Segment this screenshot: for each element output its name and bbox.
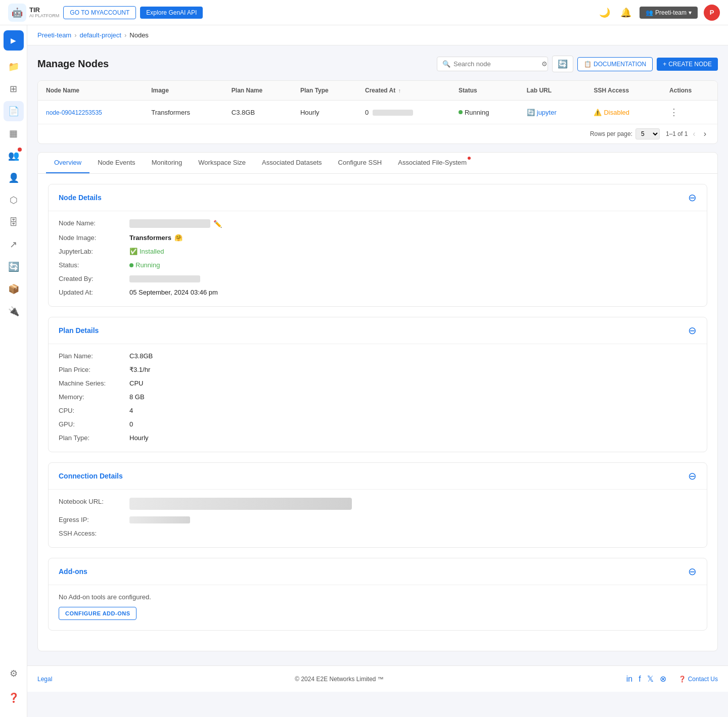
rss-icon[interactable]: ⊗ <box>660 674 666 684</box>
sync-icon: 🔄 <box>527 109 535 116</box>
col-actions: Actions <box>661 81 717 101</box>
node-details-toggle[interactable]: ⊖ <box>688 192 697 204</box>
tab-configure-ssh[interactable]: Configure SSH <box>330 153 390 173</box>
sidebar-item-sync[interactable]: 🔄 <box>4 257 24 277</box>
twitter-icon[interactable]: 𝕏 <box>647 674 654 684</box>
sidebar-item-users[interactable]: 👥 <box>4 146 24 166</box>
facebook-icon[interactable]: f <box>639 675 641 684</box>
col-plan-type: Plan Type <box>292 81 357 101</box>
addons-toggle[interactable]: ⊖ <box>688 565 697 578</box>
go-to-account-button[interactable]: GO TO MYACCOUNT <box>63 6 136 19</box>
detail-row-machine-series: Machine Series: CPU <box>59 379 697 387</box>
check-icon: ✅ <box>129 248 138 255</box>
node-name-value: node-090412253535 ✏️ <box>129 219 222 228</box>
cpu-value: 4 <box>129 407 133 414</box>
breadcrumb-project[interactable]: default-project <box>80 31 121 39</box>
linkedin-icon[interactable]: in <box>626 675 632 684</box>
plan-details-header[interactable]: Plan Details ⊖ <box>49 317 707 344</box>
sidebar-item-box[interactable]: 📦 <box>4 279 24 299</box>
notification-bell[interactable]: 🔔 <box>618 5 633 20</box>
contact-us-link[interactable]: ❓ Contact Us <box>678 676 718 683</box>
sidebar-item-share[interactable]: ↗ <box>4 234 24 255</box>
actions-menu-button[interactable]: ⋮ <box>669 107 678 117</box>
status-label: Status: <box>59 261 129 269</box>
dark-mode-toggle[interactable]: 🌙 <box>597 5 612 20</box>
tab-associated-filesystem[interactable]: Associated File-System <box>390 153 475 173</box>
team-selector[interactable]: 👥 Preeti-team ▾ <box>640 7 698 19</box>
col-created-at[interactable]: Created At ↑ <box>357 81 450 101</box>
sidebar-item-nodes[interactable]: ⬡ <box>4 190 24 210</box>
sidebar-item-dashboard[interactable]: ⊞ <box>4 79 24 99</box>
detail-row-created-by: Created By: <box>59 275 697 282</box>
jupyterlab-label: JupyterLab: <box>59 248 129 255</box>
filter-icon[interactable]: ⚙ <box>541 60 548 68</box>
search-icon: 🔍 <box>442 60 450 68</box>
sidebar-item-settings[interactable]: ⚙ <box>4 663 24 684</box>
configure-addons-button[interactable]: CONFIGURE ADD-ONS <box>59 607 136 620</box>
connection-details-toggle[interactable]: ⊖ <box>688 470 697 482</box>
sidebar-item-document[interactable]: 📄 <box>4 101 24 121</box>
updated-at-value: 05 September, 2024 03:46 pm <box>129 289 218 296</box>
logo: 🤖 TIR AI PLATFORM <box>8 4 59 22</box>
footer: Legal © 2024 E2E Networks Limited ™ in f… <box>27 665 728 692</box>
footer-legal[interactable]: Legal <box>37 676 52 683</box>
sidebar-item-folder[interactable]: 📁 <box>4 57 24 77</box>
connection-details-header[interactable]: Connection Details ⊖ <box>49 463 707 489</box>
gpu-value: 0 <box>129 420 133 428</box>
search-input[interactable] <box>453 60 538 68</box>
header-actions: 🔍 ⚙ 🔄 📋 DOCUMENTATION + CREATE NODE <box>437 56 718 72</box>
detail-row-plan-price: Plan Price: ₹3.1/hr <box>59 366 697 373</box>
user-avatar[interactable]: P <box>704 5 720 21</box>
created-by-blur <box>129 275 200 282</box>
next-page-button[interactable]: › <box>701 128 709 139</box>
node-image-emoji: 🤗 <box>174 234 183 242</box>
documentation-button[interactable]: 📋 DOCUMENTATION <box>577 57 653 71</box>
machine-series-label: Machine Series: <box>59 379 129 387</box>
cell-actions: ⋮ <box>661 101 717 124</box>
sidebar-item-help[interactable]: ❓ <box>4 688 24 708</box>
edit-node-name-icon[interactable]: ✏️ <box>213 220 222 228</box>
breadcrumb: Preeti-team › default-project › Nodes <box>27 25 728 45</box>
logo-text: TIR AI PLATFORM <box>29 7 59 18</box>
breadcrumb-team[interactable]: Preeti-team <box>37 31 71 39</box>
col-image: Image <box>143 81 223 101</box>
pagination: 1–1 of 1 ‹ › <box>666 128 709 139</box>
no-addons-text: No Add-on tools are configured. <box>59 593 697 601</box>
node-name-label: Node Name: <box>59 219 129 228</box>
detail-row-status: Status: Running <box>59 261 697 269</box>
sidebar-item-person[interactable]: 👤 <box>4 168 24 188</box>
node-details-header[interactable]: Node Details ⊖ <box>49 184 707 211</box>
detail-row-notebook-url: Notebook URL: <box>59 498 697 510</box>
node-name-link[interactable]: node-090412253535 <box>46 109 102 116</box>
egress-ip-label: Egress IP: <box>59 516 129 523</box>
node-details-content: Node Name: node-090412253535 ✏️ Node Ima… <box>49 211 707 306</box>
tab-monitoring[interactable]: Monitoring <box>144 153 191 173</box>
content-area: Preeti-team › default-project › Nodes Ma… <box>27 25 728 692</box>
tab-overview[interactable]: Overview <box>46 153 89 173</box>
tab-node-events[interactable]: Node Events <box>89 153 143 173</box>
warning-icon: ⚠️ <box>594 109 602 116</box>
breadcrumb-sep-1: › <box>74 31 76 39</box>
sidebar-item-grid[interactable]: ▦ <box>4 123 24 144</box>
refresh-button[interactable]: 🔄 <box>552 56 573 72</box>
page-title: Manage Nodes <box>37 58 109 70</box>
plan-details-toggle[interactable]: ⊖ <box>688 324 697 337</box>
tab-workspace-size[interactable]: Workspace Size <box>190 153 254 173</box>
sidebar-item-storage[interactable]: 🗄 <box>4 212 24 232</box>
sidebar-item-arrow[interactable]: ▶ <box>4 30 24 51</box>
rows-per-page-select[interactable]: 5 10 25 <box>635 128 660 139</box>
question-icon: ❓ <box>678 676 686 683</box>
explore-api-button[interactable]: Explore GenAI API <box>140 7 203 19</box>
sidebar-item-plugin[interactable]: 🔌 <box>4 301 24 321</box>
plan-price-value: ₹3.1/hr <box>129 366 150 373</box>
created-at-blur <box>373 110 413 116</box>
addons-header[interactable]: Add-ons ⊖ <box>49 558 707 585</box>
plus-icon: + <box>663 61 666 68</box>
tab-associated-datasets[interactable]: Associated Datasets <box>254 153 330 173</box>
top-bar-left: 🤖 TIR AI PLATFORM GO TO MYACCOUNT Explor… <box>8 4 203 22</box>
create-node-button[interactable]: + CREATE NODE <box>657 58 718 71</box>
breadcrumb-sep-2: › <box>124 31 126 39</box>
prev-page-button[interactable]: ‹ <box>690 128 698 139</box>
node-image-label: Node Image: <box>59 234 129 242</box>
plan-details-title: Plan Details <box>59 326 99 334</box>
